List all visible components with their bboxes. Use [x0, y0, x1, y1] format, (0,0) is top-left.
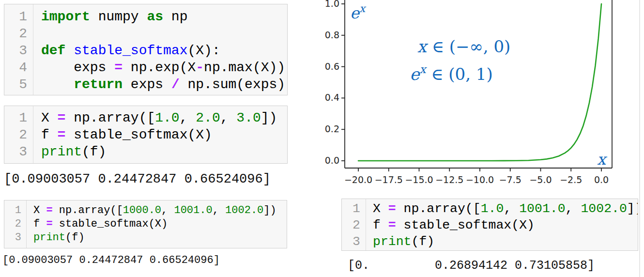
y-tick-label: 0.6: [325, 61, 339, 72]
output-large-values: [0.09003057 0.24472847 0.66524096]: [2, 254, 220, 266]
x-tick-label: −7.5: [499, 174, 521, 185]
code-editor[interactable]: X = np.array([1.0, 2.0, 3.0])f = stable_…: [33, 106, 277, 163]
code-editor[interactable]: X = np.array([1.0, 1001.0, 1002.0])f = s…: [366, 199, 638, 250]
code-editor[interactable]: X = np.array([1000.0, 1001.0, 1002.0])f …: [27, 200, 276, 248]
line-number: 3: [4, 42, 27, 59]
line-number-gutter: 123: [4, 106, 33, 163]
code-line: def stable_softmax(X):: [41, 42, 285, 59]
y-tick-label: 1.0: [325, 0, 339, 9]
x-tick-label: −10.0: [466, 174, 494, 185]
code-line: print(f): [33, 231, 276, 245]
panel-edge-divider: [639, 0, 640, 277]
line-number: 2: [4, 25, 27, 42]
code-line: X = np.array([1.0, 2.0, 3.0]): [41, 109, 277, 126]
annotation-x-domain: x ∈ (−∞, 0): [417, 37, 511, 56]
line-number: 2: [4, 126, 27, 143]
y-tick-label: 0.0: [325, 155, 339, 166]
line-number-gutter: 123: [342, 199, 366, 250]
line-number-gutter: 12345: [4, 4, 33, 95]
x-tick-label: −5.0: [529, 174, 552, 185]
annotation-ex-range: ex ∈ (0, 1): [410, 63, 492, 84]
ylabel-e-to-x: ex: [350, 2, 367, 22]
y-tick-label: 0.8: [325, 30, 339, 40]
output-small-values: [0.09003057 0.24472847 0.66524096]: [4, 172, 271, 186]
code-line: X = np.array([1000.0, 1001.0, 1002.0]): [33, 204, 276, 217]
code-line: return exps / np.sum(exps): [41, 76, 285, 93]
xlabel-x: x: [597, 150, 608, 169]
code-line: f = stable_softmax(X): [33, 217, 276, 231]
line-number: 2: [4, 217, 21, 231]
line-number: 3: [4, 231, 21, 245]
code-cell-small-values[interactable]: 123 X = np.array([1.0, 2.0, 3.0])f = sta…: [4, 106, 288, 164]
x-tick-label: −15.0: [405, 174, 433, 185]
exp-curve-plot: 0.00.20.40.60.81.0−20.0−17.5−15.0−12.5−1…: [317, 0, 644, 189]
code-line: [41, 25, 285, 42]
line-number: 1: [4, 8, 27, 25]
code-line: import numpy as np: [41, 8, 285, 25]
line-number-gutter: 123: [4, 200, 27, 248]
code-line: exps = np.exp(X-np.max(X)): [41, 59, 285, 76]
y-tick-label: 0.2: [325, 123, 339, 134]
code-line: f = stable_softmax(X): [41, 126, 277, 143]
code-line: X = np.array([1.0, 1001.0, 1002.0]): [373, 200, 638, 217]
x-tick-label: −17.5: [375, 174, 403, 185]
notebook-page: 12345 import numpy as np def stable_soft…: [0, 0, 644, 277]
x-tick-label: −12.5: [435, 174, 463, 185]
code-line: print(f): [41, 143, 277, 160]
code-line: print(f): [373, 233, 638, 250]
line-number: 3: [4, 143, 27, 160]
code-cell-mixed-values[interactable]: 123 X = np.array([1.0, 1001.0, 1002.0])f…: [341, 199, 638, 251]
y-tick-label: 0.4: [325, 92, 339, 103]
line-number: 1: [342, 200, 360, 217]
line-number: 3: [342, 233, 360, 250]
x-tick-label: −2.5: [560, 174, 582, 185]
line-number: 5: [4, 76, 27, 93]
output-mixed-values: [0. 0.26894142 0.73105858]: [348, 259, 595, 273]
code-line: f = stable_softmax(X): [373, 217, 638, 233]
x-tick-label: 0.0: [594, 174, 609, 185]
line-number: 1: [4, 204, 21, 217]
line-number: 2: [342, 217, 360, 233]
code-cell-stable-softmax-def[interactable]: 12345 import numpy as np def stable_soft…: [4, 4, 288, 95]
code-editor[interactable]: import numpy as np def stable_softmax(X)…: [33, 4, 285, 95]
line-number: 1: [4, 109, 27, 126]
line-number: 4: [4, 59, 27, 76]
code-cell-large-values[interactable]: 123 X = np.array([1000.0, 1001.0, 1002.0…: [4, 200, 287, 248]
x-tick-label: −20.0: [344, 174, 372, 185]
